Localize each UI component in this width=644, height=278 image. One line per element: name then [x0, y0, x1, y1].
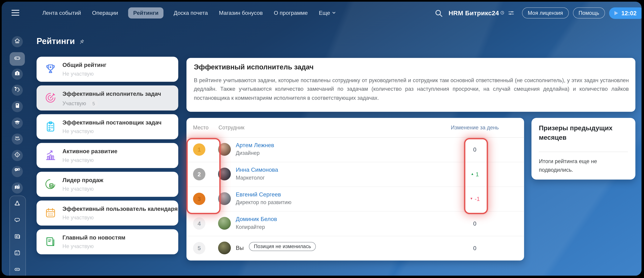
sliders-icon[interactable]: [508, 10, 515, 16]
home-icon: [14, 37, 20, 46]
nav-item-5[interactable]: Магазин бонусов: [218, 8, 264, 18]
employee-name-link[interactable]: Артем Лежнев: [236, 142, 274, 148]
employee-role: Маркетолог: [236, 175, 265, 181]
nav-item-4[interactable]: Доска почета: [173, 8, 209, 18]
sidebar-item-book[interactable]: [12, 101, 23, 112]
sidebar-item-feedback[interactable]: [12, 166, 23, 177]
rating-card-title: Главный по новостям: [62, 234, 125, 241]
nav-item-3[interactable]: Рейтинги: [128, 8, 163, 18]
coins-icon: [44, 178, 57, 190]
rating-card-title: Эффективный исполнитель задач: [62, 90, 161, 97]
page-title-text: Рейтинги: [36, 36, 75, 46]
rating-card-title: Активное развитие: [62, 148, 117, 154]
gamepad-icon: [14, 54, 20, 63]
rating-card-title: Общий рейтинг: [62, 62, 106, 68]
rating-card-5[interactable]: Лидер продажНе участвую: [36, 172, 178, 197]
rank-badge: 3: [193, 193, 205, 205]
trend-up-icon: ▲: [471, 172, 474, 176]
winners-panel-title: Призеры предыдущих месяцев: [539, 124, 628, 142]
news-feed-icon: [14, 233, 20, 241]
sidebar-item-support[interactable]: [12, 85, 23, 96]
rating-card-status: Не участвую: [62, 70, 94, 77]
network-icon: [14, 200, 20, 208]
license-button[interactable]: Моя лицензия: [522, 8, 569, 18]
topbar-right-cluster: HRM Битрикс24 Моя лицензия Помощь 12:02: [434, 2, 642, 24]
rating-detail-description: В рейтинге учитываются задачи, которые п…: [194, 76, 629, 102]
rating-card-3[interactable]: Эффективный постановщик задачНе участвую: [36, 114, 178, 139]
rating-card-status: Участвую5: [62, 100, 98, 107]
avatar[interactable]: [218, 192, 231, 205]
sidebar-item-home[interactable]: [12, 36, 23, 47]
sidebar-item-gamepad[interactable]: [10, 52, 25, 66]
sidebar-item-calendar-side[interactable]: [12, 248, 23, 259]
rating-card-7[interactable]: Главный по новостямНе участвую: [36, 229, 178, 254]
hamburger-menu-icon[interactable]: [12, 10, 20, 16]
sidebar-item-messenger[interactable]: [12, 215, 23, 226]
sidebar-item-network[interactable]: [12, 199, 23, 210]
rating-card-title: Эффективный пользователь календаря: [62, 206, 178, 212]
nav-item-2[interactable]: Операции: [91, 8, 119, 18]
avatar[interactable]: [218, 217, 231, 230]
svg-text:360: 360: [15, 136, 19, 139]
messenger-icon: [14, 216, 20, 225]
leaderboard-header: Место Сотрудник Изменение за день: [186, 118, 524, 138]
rating-card-4[interactable]: Активное развитиеНе участвую: [36, 143, 178, 168]
bitrix24-window: Лента событийОперацииРейтингиДоска почет…: [2, 2, 642, 276]
top-bar: Лента событийОперацииРейтингиДоска почет…: [2, 2, 642, 24]
timer-value: 12:02: [621, 10, 636, 16]
chart-growth-icon: [44, 149, 57, 162]
map-icon: [14, 184, 20, 192]
sidebar-item-target-one[interactable]: 1: [12, 150, 23, 161]
sidebar-item-news-feed[interactable]: [12, 232, 23, 242]
avatar[interactable]: [218, 168, 231, 180]
nav-item-6[interactable]: О программе: [273, 8, 308, 18]
app-stage: Лента событийОперацииРейтингиДоска почет…: [0, 0, 644, 278]
sidebar-item-drive[interactable]: [12, 264, 23, 276]
play-icon: [614, 11, 618, 15]
rank-badge: 2: [193, 168, 205, 180]
feedback-icon: [14, 167, 20, 176]
sidebar-item-info-house[interactable]: [12, 68, 23, 80]
rating-card-2[interactable]: Эффективный исполнитель задачУчаствую5: [36, 86, 178, 110]
change-per-day: 0: [446, 137, 504, 162]
employee-name-link[interactable]: Инна Симонова: [236, 166, 278, 173]
employee-name-link[interactable]: Доминик Белов: [236, 216, 277, 222]
target-dart-icon: [44, 92, 57, 104]
column-header-place: Место: [193, 124, 208, 131]
employee-name-link[interactable]: Евгений Сергеев: [236, 191, 281, 198]
drive-icon: [14, 266, 20, 274]
employee-role: Директор по развитию: [236, 199, 291, 206]
pin-icon[interactable]: [78, 38, 85, 44]
sidebar-item-view-360[interactable]: 360: [12, 134, 23, 145]
leaderboard-row-4: 4Доминик БеловКопирайтер0: [186, 211, 524, 236]
info-house-icon: [14, 70, 20, 78]
column-header-change: Изменение за день: [446, 124, 504, 131]
rank-badge: 1: [193, 144, 205, 156]
sidebar-item-education[interactable]: [12, 117, 23, 128]
nav-item-7[interactable]: Еще: [318, 8, 337, 18]
employee-name: Вы: [236, 244, 244, 251]
education-icon: [14, 118, 20, 127]
leaderboard-row-5: 5ВыПозиция не изменилась0: [186, 236, 524, 260]
position-unchanged-badge: Позиция не изменилась: [249, 242, 316, 251]
rating-card-6[interactable]: Эффективный пользователь календаряНе уча…: [36, 200, 178, 226]
nav-item-1[interactable]: Лента событий: [42, 8, 82, 18]
search-icon[interactable]: [434, 8, 443, 18]
rank-badge: 4: [193, 217, 205, 230]
target-one-icon: 1: [14, 151, 20, 160]
avatar[interactable]: [218, 242, 231, 254]
timer-button[interactable]: 12:02: [609, 7, 642, 19]
rating-card-1[interactable]: Общий рейтингНе участвую: [36, 57, 178, 82]
leaderboard-row-3: 3Евгений СергеевДиректор по развитию▼-1: [186, 186, 524, 211]
employee-role: Дизайнер: [236, 150, 260, 156]
book-icon: [14, 102, 20, 111]
help-button[interactable]: Помощь: [573, 8, 605, 18]
avatar[interactable]: [218, 143, 231, 156]
calendar-amber-icon: [44, 207, 57, 219]
employee-role: Копирайтер: [236, 224, 265, 230]
sidebar-item-map[interactable]: [12, 182, 23, 194]
clock-icon: [500, 9, 504, 13]
rating-card-badge: 5: [90, 100, 98, 107]
rating-card-status: Не участвую: [62, 243, 94, 250]
support-icon: [14, 86, 20, 94]
